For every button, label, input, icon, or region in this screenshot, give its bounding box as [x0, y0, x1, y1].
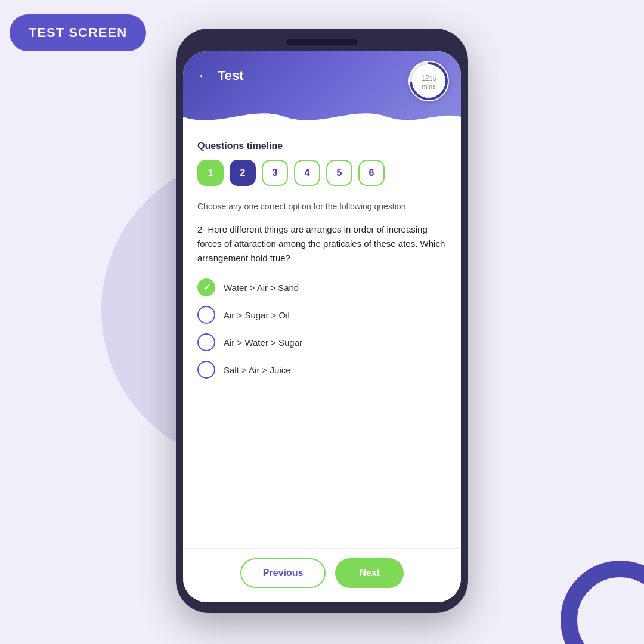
bubble-1-label: 1	[208, 168, 213, 178]
screen-title: Test	[218, 68, 244, 83]
bubble-4[interactable]: 4	[294, 160, 320, 186]
bubble-4-label: 4	[305, 168, 310, 178]
option-2-radio[interactable]	[197, 306, 215, 324]
timer-current: 12	[421, 74, 429, 82]
timer-value: 1215	[421, 72, 436, 83]
question-text: 2- Here different things are arranges in…	[197, 222, 447, 265]
background-arc	[561, 561, 644, 644]
option-3-radio[interactable]	[197, 333, 215, 351]
option-4-radio[interactable]	[197, 361, 215, 379]
phone-device: ← Test 1215 mins	[176, 29, 468, 613]
bubble-6[interactable]: 6	[358, 160, 385, 186]
screen-content: Questions timeline 1 2 3 4 5 6	[183, 129, 461, 548]
back-button[interactable]: ←	[197, 68, 210, 83]
option-2[interactable]: Air > Sugar > Oil	[197, 306, 447, 324]
option-1-radio[interactable]	[197, 278, 215, 296]
question-bubbles: 1 2 3 4 5 6	[197, 160, 447, 186]
bubble-6-label: 6	[369, 168, 374, 178]
bubble-5[interactable]: 5	[326, 160, 352, 186]
timer-text: 1215 mins	[421, 72, 436, 91]
phone-screen: ← Test 1215 mins	[183, 51, 461, 602]
option-2-text: Air > Sugar > Oil	[224, 310, 290, 320]
timer-unit-label: mins	[421, 83, 436, 91]
timer-circle: 1215 mins	[408, 61, 449, 101]
test-screen-badge: TEST SCREEN	[10, 14, 146, 51]
bubble-3[interactable]: 3	[262, 160, 288, 186]
option-3[interactable]: Air > Water > Sugar	[197, 333, 447, 351]
option-1[interactable]: Water > Air > Sand	[197, 278, 447, 296]
timeline-label: Questions timeline	[197, 141, 447, 151]
option-3-text: Air > Water > Sugar	[224, 338, 302, 348]
instruction-text: Choose any one correct option for the fo…	[197, 200, 447, 213]
previous-button[interactable]: Previous	[240, 558, 326, 588]
screen-footer: Previous Next	[183, 548, 461, 602]
test-screen-label-text: TEST SCREEN	[29, 25, 127, 40]
option-4[interactable]: Salt > Air > Juice	[197, 361, 447, 379]
timer-total: 15	[429, 75, 436, 82]
options-list: Water > Air > Sand Air > Sugar > Oil Air…	[197, 278, 447, 379]
bubble-1[interactable]: 1	[197, 160, 224, 186]
phone-notch	[286, 39, 358, 45]
next-button[interactable]: Next	[335, 558, 404, 588]
bubble-3-label: 3	[273, 168, 278, 178]
bubble-2[interactable]: 2	[230, 160, 256, 186]
bubble-2-label: 2	[240, 168, 246, 178]
option-4-text: Salt > Air > Juice	[224, 365, 291, 375]
header-wave	[183, 105, 461, 129]
option-1-text: Water > Air > Sand	[224, 283, 299, 293]
screen-header: ← Test 1215 mins	[183, 51, 461, 129]
bubble-5-label: 5	[337, 168, 342, 178]
